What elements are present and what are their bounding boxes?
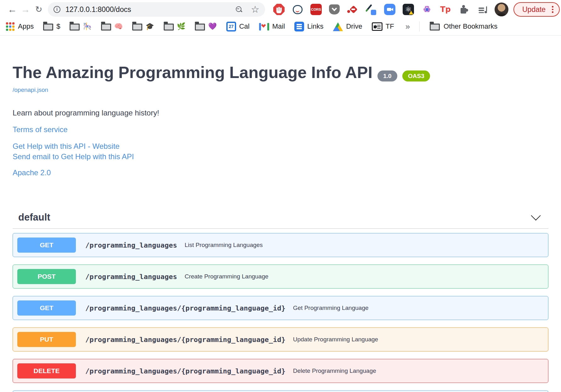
endpoint-path: /programming_languages/{programming_lang… [85, 304, 286, 312]
bookmark-item[interactable]: TF [372, 22, 394, 31]
back-button[interactable]: ← [6, 3, 19, 16]
playlist-icon[interactable] [477, 4, 488, 15]
bookmark-icon [43, 24, 53, 31]
endpoint-path: /programming_languages/{programming_lang… [85, 367, 286, 375]
bookmark-item[interactable]: 💜 [195, 22, 217, 31]
bookmarks-overflow-chevron[interactable]: » [405, 22, 410, 31]
bookmark-icon [164, 24, 174, 31]
endpoint-list: GET /programming_languages List Programm… [13, 233, 548, 392]
update-label: Update [522, 5, 546, 14]
partial-next-endpoint-row[interactable] [13, 390, 548, 392]
url-text[interactable]: 127.0.0.1:8000/docs [65, 5, 235, 14]
react-devtools-icon[interactable]: ⚛ [403, 4, 414, 15]
api-description: Learn about programming language history… [13, 109, 548, 117]
bookmarks-divider [419, 21, 420, 31]
method-badge: PUT [17, 332, 76, 347]
eyedropper-icon[interactable] [366, 4, 377, 15]
forward-button[interactable]: → [19, 3, 32, 16]
page-title: The Amazing Programming Language Info AP… [13, 63, 548, 82]
chevron-down-icon [531, 211, 541, 221]
recycle-icon[interactable]: ♻ [421, 4, 433, 15]
endpoint-path: /programming_languages [85, 241, 177, 249]
bookmark-icon: 27 [226, 22, 236, 31]
bookmark-item[interactable]: 27 Cal [226, 22, 250, 31]
chat-bubble-icon[interactable] [292, 4, 303, 15]
swagger-page: The Amazing Programming Language Info AP… [0, 36, 561, 392]
bookmark-icon [101, 24, 111, 31]
browser-toolbar: ← → ↻ i 127.0.0.1:8000/docs ☆ CORS ⚛ [0, 0, 561, 20]
toggl-icon[interactable]: Tp [440, 4, 451, 15]
endpoint-path: /programming_languages/{programming_lang… [85, 336, 286, 344]
bookmark-icon [70, 24, 80, 31]
endpoint-summary: Update Programming Language [293, 336, 378, 343]
folder-icon [430, 24, 440, 31]
browser-menu-icon[interactable] [552, 6, 553, 13]
endpoint-row[interactable]: DELETE /programming_languages/{programmi… [13, 359, 548, 383]
update-button[interactable]: Update [513, 2, 560, 17]
bookmark-item[interactable]: $ [43, 22, 60, 31]
pocket-icon[interactable] [329, 4, 340, 14]
license-link[interactable]: Apache 2.0 [13, 167, 548, 178]
help-website-link[interactable]: Get Help with this API - Website [13, 141, 548, 151]
puzzle-icon[interactable] [458, 4, 470, 15]
endpoint-summary: Get Programming Language [293, 305, 369, 311]
profile-avatar[interactable] [495, 3, 508, 16]
tag-section-default: default GET /programming_languages List … [13, 206, 548, 392]
oas3-badge: OAS3 [402, 70, 430, 81]
bookmark-item[interactable]: Apps [6, 22, 34, 31]
method-badge: DELETE [17, 363, 76, 378]
bookmark-item[interactable]: 🎠 [70, 22, 91, 31]
bookmark-star-icon[interactable]: ☆ [251, 5, 259, 14]
endpoint-summary: List Programming Languages [184, 242, 263, 249]
bookmark-icon [132, 24, 142, 31]
bookmark-item[interactable]: Drive [333, 22, 362, 31]
endpoint-summary: Delete Programming Language [293, 367, 376, 374]
bookmark-item[interactable]: 🎓 [132, 22, 154, 31]
help-email-link[interactable]: Send email to Get Help with this API [13, 151, 548, 162]
bookmark-icon [195, 24, 205, 31]
address-bar[interactable]: i 127.0.0.1:8000/docs ☆ [48, 2, 265, 17]
tag-header[interactable]: default [13, 206, 548, 229]
openapi-spec-link[interactable]: /openapi.json [13, 87, 48, 93]
bookmark-item[interactable]: Links [294, 22, 323, 31]
version-badge: 1.0 [377, 70, 397, 81]
collapse-section-button[interactable] [529, 210, 543, 224]
cors-icon[interactable]: CORS [310, 4, 322, 15]
terms-of-service-link[interactable]: Terms of service [13, 124, 548, 135]
method-badge: GET [17, 300, 76, 316]
bookmark-item[interactable]: Mail [259, 22, 285, 31]
bookmark-icon [372, 22, 382, 31]
bookmark-icon [333, 22, 343, 31]
method-badge: GET [17, 238, 76, 253]
bookmarks-bar: Apps $ 🎠 🧠 🎓 🌿 [0, 20, 561, 36]
bookmark-item[interactable]: 🌿 [164, 22, 185, 31]
endpoint-row[interactable]: GET /programming_languages List Programm… [13, 233, 548, 257]
endpoint-row[interactable]: GET /programming_languages/{programming_… [13, 296, 548, 320]
tag-name: default [18, 212, 50, 223]
bookmark-icon [259, 23, 269, 31]
bookmark-item[interactable]: 🧠 [101, 22, 123, 31]
zoom-camera-icon[interactable] [384, 4, 395, 15]
endpoint-path: /programming_languages [85, 273, 177, 281]
site-info-icon[interactable]: i [54, 6, 60, 13]
extensions-row: CORS ⚛ ♻ Tp [273, 4, 488, 15]
zoom-out-icon[interactable] [235, 6, 243, 13]
endpoint-summary: Create Programming Language [184, 273, 268, 280]
method-badge: POST [17, 269, 76, 284]
adblock-icon[interactable] [273, 4, 285, 15]
other-bookmarks[interactable]: Other Bookmarks [430, 22, 497, 31]
reload-button[interactable]: ↻ [32, 3, 45, 16]
diamond-icon[interactable] [347, 4, 358, 15]
bookmark-icon [6, 22, 15, 31]
endpoint-row[interactable]: PUT /programming_languages/{programming_… [13, 328, 548, 351]
bookmark-icon [294, 22, 304, 31]
endpoint-row[interactable]: POST /programming_languages Create Progr… [13, 265, 548, 288]
